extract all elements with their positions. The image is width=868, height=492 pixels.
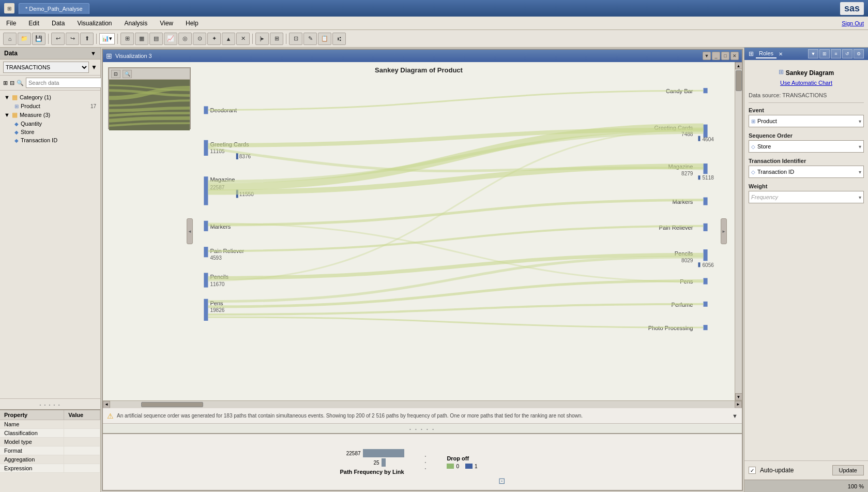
chart-title: Sankey Diagram of Product (103, 62, 735, 76)
update-button[interactable]: Update (832, 465, 864, 475)
tree-quantity[interactable]: ◆ Quantity (10, 120, 100, 128)
toolbar-btn8[interactable]: ▲ (222, 33, 235, 45)
toolbar-btn3[interactable]: ▤ (149, 33, 163, 45)
tree-store[interactable]: ◆ Store (10, 128, 100, 136)
menu-analysis[interactable]: Analysis (123, 19, 150, 28)
right-btn-list[interactable]: ≡ (831, 49, 841, 58)
svg-text:11670: 11670 (210, 281, 224, 287)
toolbar-home[interactable]: ⌂ (3, 33, 17, 45)
left-collapse-handle[interactable]: ◄ (187, 218, 193, 244)
bottom-resize-handle[interactable]: • • • • • (103, 423, 742, 433)
svg-text:6056: 6056 (703, 262, 714, 268)
weight-dropdown-arrow[interactable]: ▾ (859, 195, 861, 200)
toolbar-sep1 (48, 34, 49, 44)
horiz-scroll-track[interactable] (110, 401, 735, 408)
svg-text:19826: 19826 (210, 307, 224, 313)
minimap-zoom-fit[interactable]: ⊡ (111, 70, 120, 78)
toolbar-btn14[interactable]: 📋 (318, 33, 331, 45)
tree-product[interactable]: ⊞ Product 17 (10, 102, 100, 110)
tree-transaction-id[interactable]: ◆ Transaction ID (10, 136, 100, 144)
event-field[interactable]: ⊞ Product ▾ (749, 115, 864, 127)
toolbar-btn4[interactable]: 📈 (164, 33, 177, 45)
toolbar-btn11[interactable]: ⊞ (270, 33, 283, 45)
bottom-icon[interactable]: ⊡ (498, 476, 505, 486)
scroll-track[interactable] (735, 69, 742, 393)
status-filter-icon[interactable]: ▼ (732, 413, 738, 419)
panel-resize-handle[interactable]: • • • • • (0, 398, 100, 409)
horiz-scroll-right[interactable]: ► (735, 401, 742, 408)
toolbar-btn2[interactable]: ▦ (135, 33, 148, 45)
right-btn-settings[interactable]: ⚙ (854, 49, 864, 58)
toolbar-btn12[interactable]: ⊡ (289, 33, 302, 45)
tab-close-icon[interactable]: ✕ (779, 51, 783, 57)
tree-category-children: ⊞ Product 17 (0, 102, 100, 110)
toolbar-viz-type[interactable]: 📊▾ (99, 33, 115, 44)
auto-chart-link[interactable]: Use Automatic Chart (749, 80, 864, 90)
search-icon[interactable]: 🔍 (17, 80, 24, 86)
toolbar-save[interactable]: 💾 (32, 33, 45, 45)
toolbar-btn5[interactable]: ◎ (178, 33, 192, 45)
scroll-down-arrow[interactable]: ▼ (735, 393, 742, 400)
menu-help[interactable]: Help (184, 19, 201, 28)
toolbar-btn15[interactable]: ⑆ (332, 33, 346, 45)
toolbar-btn7[interactable]: ✦ (207, 33, 221, 45)
datasource-filter-icon[interactable]: ▼ (91, 64, 97, 71)
scroll-up-arrow[interactable]: ▲ (735, 62, 742, 69)
horiz-scroll-left[interactable]: ◄ (103, 401, 110, 408)
toolbar-btn13[interactable]: ✎ (303, 33, 317, 45)
menu-visualization[interactable]: Visualization (75, 19, 114, 28)
weight-field[interactable]: Frequency ▾ (749, 191, 864, 203)
event-dropdown-arrow[interactable]: ▾ (859, 118, 861, 124)
search-input[interactable] (26, 78, 102, 88)
tab-roles[interactable]: Roles (756, 49, 776, 58)
menu-edit[interactable]: Edit (26, 19, 41, 28)
svg-text:4604: 4604 (703, 137, 714, 142)
dropoff-label-1: 1 (475, 464, 478, 469)
svg-rect-37 (704, 223, 708, 231)
toolbar-btn1[interactable]: ⊞ (120, 33, 134, 45)
main-tab[interactable]: * Demo_Path_Analyse (19, 3, 89, 14)
copy-icon[interactable]: ⊞ (3, 80, 8, 86)
event-label: Event (749, 107, 864, 113)
tree-measure[interactable]: ▼ ▦ Measure (3) (0, 110, 100, 120)
right-btn-refresh[interactable]: ↺ (842, 49, 852, 58)
transaction-field[interactable]: ◇ Transaction ID ▾ (749, 166, 864, 178)
sign-out-link[interactable]: Sign Out (842, 20, 864, 26)
sequence-field[interactable]: ◇ Store ▾ (749, 140, 864, 153)
right-btn-grid[interactable]: ⊞ (819, 49, 830, 58)
viz-close-btn[interactable]: ✕ (730, 52, 739, 60)
auto-update-checkbox[interactable] (749, 467, 756, 474)
menu-data[interactable]: Data (50, 19, 67, 28)
toolbar-sep5 (286, 34, 286, 44)
viz-filter-btn[interactable]: ▼ (703, 52, 711, 60)
menu-view[interactable]: View (158, 19, 175, 28)
datasource-select[interactable]: TRANSACTIONS (3, 62, 89, 73)
toolbar-open-folder[interactable]: 📁 (18, 33, 31, 45)
toolbar-export[interactable]: ⬆ (80, 33, 94, 45)
folder-icon: ▦ (12, 94, 18, 101)
sequence-dropdown-arrow[interactable]: ▾ (859, 144, 861, 150)
transaction-label: Transaction Identifier (749, 158, 864, 164)
tree-category[interactable]: ▼ ▦ Category (1) (0, 93, 100, 102)
viz-minimize-btn[interactable]: _ (712, 52, 720, 60)
toolbar-undo[interactable]: ↩ (51, 33, 65, 45)
toolbar-btn6[interactable]: ⊙ (193, 33, 206, 45)
toolbar-redo[interactable]: ↪ (66, 33, 79, 45)
transaction-dropdown-arrow[interactable]: ▾ (859, 169, 861, 175)
menu-file[interactable]: File (4, 19, 18, 28)
sankey-svg: Deodorant Greeting Cards 11105 8376 Maga… (191, 78, 727, 400)
right-collapse-handle[interactable]: ► (721, 218, 727, 244)
copy2-icon[interactable]: ⊟ (10, 80, 14, 86)
viz-maximize-btn[interactable]: □ (721, 52, 729, 60)
minimap-zoom-in[interactable]: 🔍 (123, 70, 132, 78)
freq-val-2: 25 (359, 460, 379, 466)
filter-icon[interactable]: ▼ (90, 50, 96, 56)
toolbar-btn10[interactable]: |▸ (255, 33, 269, 45)
right-btn-filter[interactable]: ▼ (808, 49, 818, 58)
horiz-scroll-thumb[interactable] (141, 402, 203, 407)
scroll-thumb[interactable] (736, 70, 742, 91)
vert-dots-handle[interactable]: • • • (425, 454, 427, 471)
value-col-header: Value (64, 410, 100, 420)
svg-rect-0 (204, 106, 208, 114)
toolbar-btn9[interactable]: ✕ (236, 33, 250, 45)
